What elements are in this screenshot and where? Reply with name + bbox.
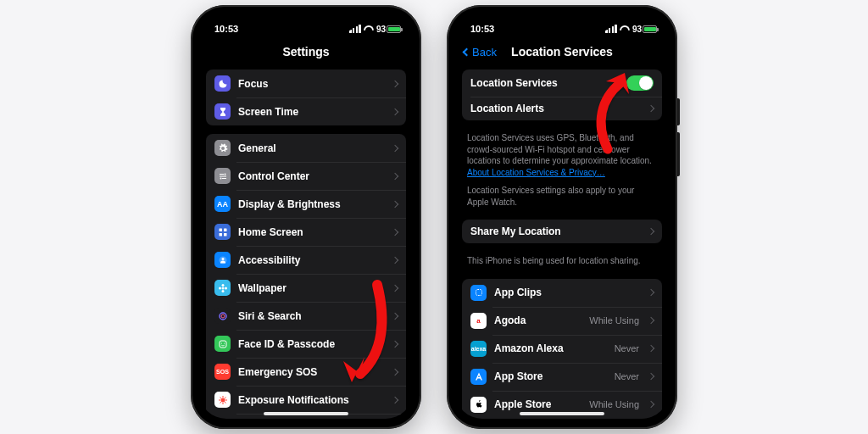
- row-label: Home Screen: [238, 226, 383, 238]
- share-location-group: Share My Location: [462, 220, 662, 243]
- phone-right: 10:53 93 Back Location Services Location…: [447, 5, 677, 429]
- settings-row-apple-watch-faces[interactable]: Apple Watch FacesWhen Shared: [462, 419, 662, 420]
- app-clips-icon: [470, 285, 487, 301]
- row-label: Display & Brightness: [238, 198, 383, 210]
- svg-line-24: [225, 402, 226, 403]
- apps-group: App ClipsaAgodaWhile UsingalexaAmazon Al…: [462, 279, 662, 420]
- row-label: App Store: [494, 370, 607, 382]
- settings-row-exposure-notifications[interactable]: Exposure Notifications: [206, 386, 406, 414]
- amazon-alexa-icon: alexa: [470, 341, 487, 357]
- row-label: Control Center: [238, 170, 383, 182]
- row-label: Location Alerts: [470, 103, 639, 114]
- row-label: Siri & Search: [238, 310, 383, 322]
- svg-rect-4: [219, 233, 222, 236]
- settings-group-2: GeneralControl CenterAADisplay & Brightn…: [206, 134, 406, 419]
- footer-text-1b: Location Services settings also apply to…: [455, 185, 669, 214]
- chevron-right-icon: [392, 228, 398, 235]
- chevron-right-icon: [648, 228, 654, 235]
- exposure-icon: [214, 392, 231, 408]
- toggle-location-services[interactable]: [626, 75, 654, 91]
- svg-point-10: [221, 290, 224, 292]
- settings-row-wallpaper[interactable]: Wallpaper: [206, 274, 406, 302]
- wifi-icon: [620, 25, 630, 33]
- settings-row-accessibility[interactable]: Accessibility: [206, 246, 406, 274]
- settings-row-location-alerts[interactable]: Location Alerts: [462, 97, 662, 120]
- notch: [511, 14, 613, 32]
- status-right: 93: [605, 25, 657, 34]
- row-label: Wallpaper: [238, 282, 383, 294]
- sos-icon: SOS: [214, 364, 231, 380]
- back-button[interactable]: Back: [464, 46, 497, 58]
- row-label: Screen Time: [238, 106, 383, 118]
- svg-rect-29: [476, 290, 481, 296]
- footer-text-2: This iPhone is being used for location s…: [455, 252, 669, 274]
- status-time: 10:53: [470, 24, 494, 34]
- chevron-right-icon: [648, 105, 654, 112]
- row-label: Apple Store: [494, 398, 581, 410]
- settings-row-general[interactable]: General: [206, 134, 406, 162]
- controlCenter-icon: [214, 168, 231, 184]
- status-right: 93: [349, 25, 401, 34]
- row-label: Exposure Notifications: [238, 394, 383, 406]
- homeScreen-icon: [214, 224, 231, 240]
- svg-line-26: [225, 397, 226, 398]
- home-indicator[interactable]: [520, 412, 604, 415]
- about-location-link[interactable]: About Location Services & Privacy…: [467, 168, 605, 177]
- settings-row-location-services[interactable]: Location Services: [462, 70, 662, 97]
- settings-row-display-brightness[interactable]: AADisplay & Brightness: [206, 190, 406, 218]
- svg-point-0: [224, 173, 225, 175]
- settings-row-screen-time[interactable]: Screen Time: [206, 97, 406, 125]
- settings-row-home-screen[interactable]: Home Screen: [206, 218, 406, 246]
- settings-row-amazon-alexa[interactable]: alexaAmazon AlexaNever: [462, 335, 662, 363]
- home-indicator[interactable]: [264, 412, 348, 415]
- row-label: Amazon Alexa: [494, 342, 607, 354]
- settings-group-1: FocusScreen Time: [206, 70, 406, 125]
- chevron-right-icon: [392, 284, 398, 291]
- settings-row-app-clips[interactable]: App Clips: [462, 279, 662, 307]
- chevron-right-icon: [648, 401, 654, 408]
- footer-text-1: Location Services uses GPS, Bluetooth, a…: [455, 129, 669, 185]
- agoda-icon: a: [470, 313, 487, 329]
- nav-bar: Settings: [199, 39, 413, 64]
- nav-bar: Back Location Services: [455, 39, 669, 64]
- row-label: Accessibility: [238, 254, 383, 266]
- svg-point-13: [220, 313, 226, 320]
- row-label: Share My Location: [470, 225, 639, 237]
- settings-row-share-my-location[interactable]: Share My Location: [462, 220, 662, 243]
- settings-row-control-center[interactable]: Control Center: [206, 162, 406, 190]
- svg-rect-15: [220, 341, 226, 348]
- svg-point-7: [221, 258, 224, 260]
- row-label: Focus: [238, 78, 383, 90]
- focus-icon: [214, 75, 231, 92]
- chevron-right-icon: [392, 396, 398, 403]
- svg-rect-3: [224, 228, 227, 231]
- svg-point-16: [220, 342, 221, 343]
- svg-point-1: [220, 177, 221, 179]
- chevron-right-icon: [392, 200, 398, 207]
- row-detail: Never: [615, 371, 639, 381]
- settings-row-emergency-sos[interactable]: SOSEmergency SOS: [206, 358, 406, 386]
- chevron-right-icon: [392, 368, 398, 375]
- settings-list[interactable]: FocusScreen Time GeneralControl CenterAA…: [199, 64, 413, 419]
- apple-store-icon: [470, 397, 487, 413]
- row-label: Face ID & Passcode: [238, 338, 383, 350]
- battery-indicator: 93: [376, 25, 401, 34]
- settings-row-siri-search[interactable]: Siri & Search: [206, 302, 406, 330]
- app-store-icon: [470, 369, 487, 385]
- settings-row-agoda[interactable]: aAgodaWhile Using: [462, 307, 662, 335]
- settings-row-app-store[interactable]: App StoreNever: [462, 363, 662, 391]
- chevron-right-icon: [648, 345, 654, 352]
- settings-row-focus[interactable]: Focus: [206, 70, 406, 97]
- row-label: Agoda: [494, 314, 581, 326]
- svg-point-14: [221, 314, 225, 318]
- settings-row-face-id-passcode[interactable]: Face ID & Passcode: [206, 330, 406, 358]
- chevron-right-icon: [648, 317, 654, 324]
- svg-point-11: [219, 287, 221, 289]
- screenTime-icon: [214, 103, 231, 120]
- row-detail: While Using: [589, 315, 639, 326]
- location-services-list[interactable]: Location ServicesLocation Alerts Locatio…: [455, 64, 669, 419]
- chevron-right-icon: [392, 144, 398, 151]
- siri-icon: [214, 308, 231, 324]
- row-label: Emergency SOS: [238, 366, 383, 378]
- svg-point-18: [220, 398, 225, 402]
